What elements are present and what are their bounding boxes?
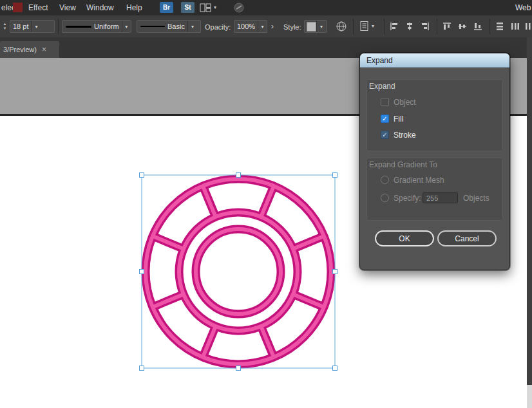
align-right-icon[interactable] — [420, 21, 430, 32]
stroke-weight-combo[interactable]: 18 pt ▾ — [10, 20, 55, 33]
document-setup-globe-icon[interactable] — [336, 21, 347, 35]
illustrator-window: elect Effect View Window Help Br St ▾ We… — [0, 0, 532, 408]
size-stepper[interactable]: ▲ ▼ — [1, 20, 8, 33]
divider — [489, 19, 490, 34]
menu-window[interactable]: Window — [86, 0, 114, 15]
style-label: Style: — [283, 23, 301, 31]
distribute-center-icon[interactable] — [524, 21, 532, 32]
scrollbar-end[interactable] — [527, 385, 532, 408]
preferences-chevron-icon[interactable]: ▾ — [372, 23, 374, 29]
object-checkbox[interactable] — [381, 98, 389, 106]
app-icon — [13, 3, 23, 12]
menu-help[interactable]: Help — [126, 0, 142, 15]
document-tab-label: 3/Preview) — [0, 46, 37, 53]
specify-input[interactable]: 255 — [423, 192, 458, 203]
workspace-label[interactable]: Web — [515, 0, 531, 15]
menu-view[interactable]: View — [59, 0, 76, 15]
tab-close-icon[interactable]: × — [42, 45, 46, 54]
stroke-preview — [66, 26, 91, 28]
distribute-vertical-icon[interactable] — [495, 21, 505, 32]
arrange-documents-icon[interactable] — [200, 3, 211, 15]
gradient-section-header: Expand Gradient To — [369, 160, 437, 169]
control-bar: ▲ ▼ 18 pt ▾ Uniform ▾ Basic ▾ Opacity: 1… — [0, 15, 532, 38]
stroke-checkbox-label: Stroke — [394, 131, 416, 140]
stroke-weight-chevron-icon[interactable]: ▾ — [31, 21, 41, 32]
step-up-icon[interactable]: ▲ — [3, 22, 7, 26]
arrange-documents-chevron-icon[interactable]: ▾ — [214, 0, 216, 15]
opacity-label: Opacity: — [205, 23, 231, 31]
fill-checkbox[interactable]: ✓ — [381, 115, 389, 123]
gradient-mesh-radio[interactable] — [381, 176, 389, 184]
align-middle-vertical-icon[interactable] — [457, 21, 468, 32]
stroke-profile-combo[interactable]: Uniform ▾ — [62, 20, 131, 33]
opacity-chevron-icon[interactable]: ▾ — [258, 21, 267, 32]
align-left-icon[interactable] — [389, 21, 399, 32]
stroke-profile-value: Uniform — [91, 23, 122, 30]
expand-dialog: Expand Expand Object ✓ Fill ✓ Stroke Exp… — [359, 53, 510, 270]
style-preview — [307, 22, 316, 32]
stroke-profile-chevron-icon[interactable]: ▾ — [122, 21, 131, 32]
bridge-button[interactable]: Br — [160, 2, 173, 13]
brush-preview — [140, 26, 165, 27]
style-combo[interactable]: ▾ — [304, 20, 327, 33]
expand-section-header: Expand — [369, 82, 395, 91]
align-center-horizontal-icon[interactable] — [404, 21, 415, 32]
style-chevron-icon[interactable]: ▾ — [316, 21, 326, 32]
brush-chevron-icon[interactable]: ▾ — [187, 21, 197, 32]
specify-radio-label: Specify: — [394, 194, 421, 203]
preferences-doc-icon[interactable] — [359, 21, 370, 34]
specify-radio[interactable] — [381, 194, 389, 202]
panel-dock-strip[interactable] — [527, 37, 532, 408]
menu-bar: elect Effect View Window Help Br St ▾ We… — [0, 0, 532, 16]
rotate-view-icon[interactable] — [233, 2, 245, 16]
opacity-submenu-arrow-icon[interactable]: › — [268, 20, 277, 33]
brush-combo[interactable]: Basic ▾ — [137, 20, 201, 33]
stroke-checkbox[interactable]: ✓ — [381, 131, 389, 139]
dialog-title-bar[interactable]: Expand — [360, 53, 509, 68]
align-bottom-icon[interactable] — [473, 21, 483, 32]
fill-checkbox-label: Fill — [394, 115, 403, 124]
cancel-button[interactable]: Cancel — [437, 230, 497, 246]
opacity-combo[interactable]: 100% ▾ — [234, 20, 267, 33]
divider — [353, 19, 354, 34]
opacity-value: 100% — [234, 23, 258, 30]
divider — [437, 19, 437, 34]
menu-effect[interactable]: Effect — [28, 0, 48, 15]
distribute-horizontal-icon[interactable] — [510, 21, 520, 32]
step-down-icon[interactable]: ▼ — [3, 26, 7, 31]
brush-value: Basic — [165, 23, 187, 30]
stock-button[interactable]: St — [181, 2, 195, 13]
objects-suffix-label: Objects — [463, 194, 489, 203]
object-checkbox-label: Object — [394, 98, 416, 107]
document-tab[interactable]: 3/Preview) × — [0, 41, 59, 58]
gradient-mesh-radio-label: Gradient Mesh — [394, 176, 444, 185]
stroke-weight-value: 18 pt — [10, 23, 31, 30]
ok-button[interactable]: OK — [375, 230, 434, 246]
divider — [58, 19, 59, 34]
divider — [384, 19, 385, 34]
align-top-icon[interactable] — [442, 21, 452, 32]
